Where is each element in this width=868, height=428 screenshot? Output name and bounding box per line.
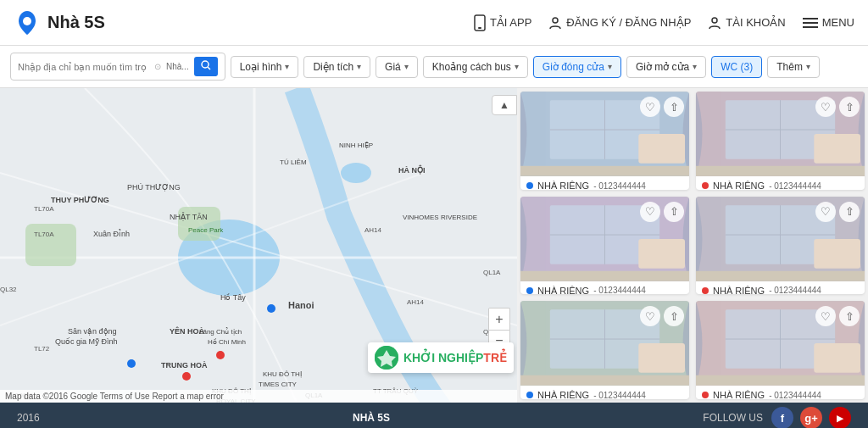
status-dot [526,182,533,189]
search-button[interactable] [194,57,218,76]
khoang-cach-bus-filter[interactable]: Khoảng cách bus ▾ [423,56,528,78]
share-button[interactable]: ⇧ [839,202,860,222]
knt-text: KHỞI NGHIỆPTRẺ [403,351,507,364]
svg-text:THUY PHƯƠNG: THUY PHƯƠNG [51,196,109,204]
listing-type: NHÀ RIÊNG [537,181,589,190]
zoom-in-button[interactable]: + [488,308,510,330]
tai-khoan-nav[interactable]: TÀI KHOẢN [708,16,785,30]
svg-point-53 [182,372,191,381]
listings-panel: ♡ ⇧ NHÀ RIÊNG - 0123444444 2000000đ 🛏 1 … [517,88,868,403]
svg-rect-83 [814,239,860,269]
gio-dong-cua-filter[interactable]: Giờ đóng cửa ▾ [533,56,621,78]
tai-app-nav[interactable]: TẢI APP [474,14,531,31]
svg-text:TL70A: TL70A [34,205,54,213]
chevron-down-icon: ▾ [404,62,409,71]
listing-type-row: NHÀ RIÊNG - 0123444444 [526,286,683,295]
knt-banner[interactable]: KHỞI NGHIỆPTRẺ [368,342,514,373]
listing-info: NHÀ RIÊNG - 0123444444 2000000đ 🛏 1 🚿 1 … [696,176,865,190]
svg-text:TIMES CITY: TIMES CITY [259,381,298,388]
listing-card[interactable]: ♡ ⇧ NHÀ RIÊNG - 0123444444 2000000đ 🛏 1 … [520,301,689,399]
map-attribution: Map data ©2016 Google Terms of Use Repor… [0,390,517,403]
listing-actions: ♡ ⇧ [815,202,860,222]
svg-point-5 [202,61,209,68]
listing-type: NHÀ RIÊNG [713,390,765,399]
svg-text:Peace Park: Peace Park [188,226,224,234]
listing-card[interactable]: ♡ ⇧ NHÀ RIÊNG - 0123444444 2000000đ 🛏 1 … [696,301,865,399]
them-filter[interactable]: Thêm ▾ [767,56,820,78]
svg-text:AH14: AH14 [407,298,425,306]
favorite-button[interactable]: ♡ [815,306,836,326]
listing-actions: ♡ ⇧ [640,97,684,117]
chevron-down-icon: ▾ [806,62,810,71]
share-button[interactable]: ⇧ [664,97,684,117]
svg-rect-76 [638,239,685,269]
map-container[interactable]: TL70A TL70A TL72 QL32 QL1A QL1A AH14 AH1… [0,88,517,403]
search-location-hint: Nhà... [166,62,189,71]
svg-point-50 [216,351,225,359]
footer-brand: NHÀ 5S [353,412,390,424]
listing-phone: - 0123444444 [769,391,821,399]
favorite-button[interactable]: ♡ [815,97,836,117]
map-collapse-button[interactable]: ▲ [492,95,517,115]
youtube-icon[interactable]: ▶ [829,407,851,428]
svg-rect-62 [638,134,685,164]
status-dot [702,392,709,398]
google-plus-icon[interactable]: g+ [800,407,822,428]
svg-text:VINHOMES RIVERSIDE: VINHOMES RIVERSIDE [403,214,477,221]
svg-text:Sân vận động: Sân vận động [68,327,117,336]
wc-filter[interactable]: WC (3) [711,56,762,78]
listing-phone: - 0123444444 [769,286,821,294]
share-button[interactable]: ⇧ [664,202,684,222]
listing-actions: ♡ ⇧ [815,306,860,326]
listing-actions: ♡ ⇧ [640,306,684,326]
svg-text:NINH HIỆP: NINH HIỆP [339,142,373,149]
listing-card[interactable]: ♡ ⇧ NHÀ RIÊNG - 0123444444 2000000đ 🛏 1 … [520,197,689,295]
facebook-icon[interactable]: f [771,407,793,428]
dien-tich-filter[interactable]: Diện tích ▾ [303,56,370,78]
svg-text:PHÚ THƯỢNG: PHÚ THƯỢNG [127,183,181,192]
favorite-button[interactable]: ♡ [640,306,660,326]
listing-type-row: NHÀ RIÊNG - 0123444444 [526,181,683,190]
chevron-down-icon: ▾ [693,62,697,71]
svg-rect-75 [520,270,689,281]
share-button[interactable]: ⇧ [839,306,860,326]
loai-hinh-filter[interactable]: Loại hình ▾ [231,56,299,78]
logo-text: Nhà 5S [47,13,105,32]
listing-type: NHÀ RIÊNG [537,286,589,295]
status-dot [526,392,533,398]
favorite-button[interactable]: ♡ [640,97,660,117]
hamburger-icon [803,18,818,28]
knt-logo-icon [375,346,398,370]
favorite-button[interactable]: ♡ [815,202,836,222]
svg-point-0 [23,17,31,25]
header-nav: TẢI APP ĐĂNG KÝ / ĐĂNG NHẬP TÀI KHOẢN ME… [474,14,854,31]
svg-text:KHU ĐÔ THỊ: KHU ĐÔ THỊ [263,370,302,378]
chevron-down-icon: ▾ [285,62,289,71]
listing-type-row: NHÀ RIÊNG - 0123444444 [702,286,859,295]
user-icon [548,16,562,30]
svg-line-6 [208,67,210,69]
listing-card[interactable]: ♡ ⇧ NHÀ RIÊNG - 0123444444 2000000đ 🛏 1 … [520,92,689,190]
search-input[interactable] [18,62,149,72]
chevron-down-icon: ▾ [357,62,361,71]
svg-text:QL1A: QL1A [483,269,501,276]
status-dot [702,182,709,189]
logo-icon [14,9,41,36]
share-button[interactable]: ⇧ [839,97,860,117]
favorite-button[interactable]: ♡ [640,202,660,222]
footer-social: f g+ ▶ [771,407,851,428]
logo[interactable]: Nhà 5S [14,9,105,36]
gio-mo-cua-filter[interactable]: Giờ mở cửa ▾ [626,56,706,78]
svg-rect-89 [520,375,689,386]
svg-rect-14 [178,207,220,241]
footer-year: 2016 [17,412,40,424]
svg-rect-2 [478,27,481,29]
menu-nav[interactable]: MENU [803,16,854,29]
dang-ky-nav[interactable]: ĐĂNG KÝ / ĐĂNG NHẬP [548,16,691,30]
search-box[interactable]: ⊙ Nhà... [10,53,225,81]
listing-card[interactable]: ♡ ⇧ NHÀ RIÊNG - 0123444444 2000000đ 🛏 1 … [696,197,865,295]
listing-card[interactable]: ♡ ⇧ NHÀ RIÊNG - 0123444444 2000000đ 🛏 1 … [696,92,865,190]
listing-phone: - 0123444444 [769,181,821,190]
share-button[interactable]: ⇧ [664,306,684,326]
gia-filter[interactable]: Giá ▾ [376,56,418,78]
